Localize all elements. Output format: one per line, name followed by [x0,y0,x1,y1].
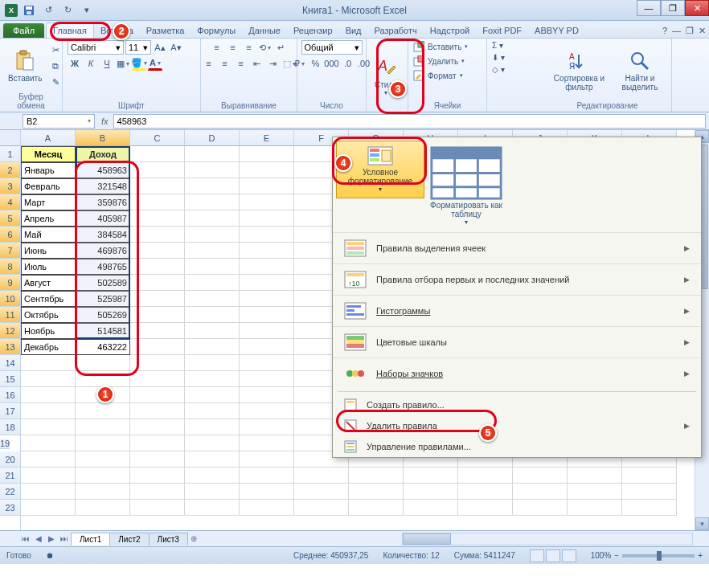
cell[interactable] [185,387,240,403]
cell[interactable] [130,419,185,435]
bold-icon[interactable]: Ж [68,56,82,71]
row-header[interactable]: 18 [0,419,20,435]
cell[interactable] [130,259,185,275]
cell[interactable] [404,468,458,484]
cell[interactable] [240,419,294,435]
select-all-corner[interactable] [0,130,20,146]
cell[interactable]: Август [21,275,76,291]
cell[interactable] [185,259,240,275]
align-left-icon[interactable]: ≡ [202,56,216,71]
shrink-font-icon[interactable]: A▾ [169,40,183,55]
cell[interactable] [76,387,130,403]
cell[interactable] [240,275,294,291]
grow-font-icon[interactable]: A▴ [153,40,167,55]
cell[interactable] [130,403,185,419]
cell[interactable] [185,307,240,323]
cell[interactable]: 458963 [76,162,130,178]
cell[interactable] [21,451,76,468]
cell[interactable] [185,484,240,500]
cf-icon-sets[interactable]: Наборы значков▶ [333,357,701,389]
cell[interactable]: Декабрь [21,339,76,355]
scroll-down-icon[interactable]: ▼ [695,517,709,530]
cell[interactable] [185,468,240,484]
copy-icon[interactable]: ⧉ [48,59,63,74]
view-page-break-icon[interactable] [562,549,576,562]
cell[interactable] [294,500,349,516]
col-header[interactable]: E [240,130,294,146]
tab-addins[interactable]: Надстрой [424,23,476,38]
row-header[interactable]: 20 [0,451,20,468]
cell[interactable] [76,435,130,451]
comma-icon[interactable]: 000 [325,56,339,71]
cell[interactable] [21,355,76,371]
sheet-tab[interactable]: Лист3 [149,533,188,545]
cell[interactable] [130,355,185,371]
undo-icon[interactable]: ↺ [40,2,56,18]
cell[interactable] [622,500,677,516]
cell[interactable] [21,403,76,419]
cell[interactable] [185,194,240,210]
font-size-combo[interactable]: 11▾ [125,40,151,55]
cell[interactable] [404,500,458,516]
sheet-nav-first-icon[interactable]: ⏮ [19,533,32,545]
tab-developer[interactable]: Разработч [368,23,424,38]
cell[interactable] [240,387,294,403]
cell[interactable] [513,468,568,484]
cell[interactable] [130,323,185,339]
indent-dec-icon[interactable]: ⇤ [250,56,264,71]
cell[interactable] [185,162,240,178]
cell[interactable] [240,451,294,468]
cell[interactable] [76,484,130,500]
cell[interactable]: Ноябрь [21,323,76,339]
tab-home[interactable]: Главная [46,22,94,38]
cell[interactable] [185,500,240,516]
row-header[interactable]: 22 [0,484,20,500]
cell[interactable] [21,435,76,451]
cell[interactable] [240,210,294,227]
align-top-icon[interactable]: ≡ [210,40,224,55]
row-header[interactable]: 16 [0,387,20,403]
cell[interactable] [513,500,568,516]
cell[interactable] [240,259,294,275]
cell[interactable] [185,291,240,307]
clear-button[interactable]: ◇ ▾ [492,64,505,75]
cell[interactable] [458,484,513,500]
cell[interactable] [21,387,76,403]
row-header[interactable]: 11 [0,307,20,323]
cell[interactable] [185,146,240,162]
cell[interactable] [513,484,568,500]
cell[interactable]: 384584 [76,227,130,243]
cell[interactable] [294,484,349,500]
tab-abbyy[interactable]: ABBYY PD [528,23,585,38]
row-header[interactable]: 6 [0,227,20,243]
number-format-combo[interactable]: Общий▾ [301,40,363,55]
cell[interactable] [185,355,240,371]
tab-file[interactable]: Файл [3,23,44,38]
cell[interactable]: 505269 [76,307,130,323]
cell[interactable] [240,323,294,339]
row-header[interactable]: 14 [0,355,20,371]
cell[interactable] [349,500,404,516]
cell[interactable] [130,435,185,451]
cell[interactable] [240,468,294,484]
row-header[interactable]: 4 [0,194,20,210]
cell[interactable] [185,178,240,194]
view-page-layout-icon[interactable] [546,549,560,562]
format-cells-button[interactable]: Формат▾ [413,69,463,82]
formula-input[interactable]: 458963 [113,114,706,129]
row-header[interactable]: 15 [0,371,20,387]
align-right-icon[interactable]: ≡ [234,56,248,71]
cell[interactable] [458,500,513,516]
cell[interactable] [240,355,294,371]
cell[interactable] [185,451,240,468]
row-header[interactable]: 19 [0,439,10,449]
cell[interactable] [76,419,130,435]
cell[interactable] [130,291,185,307]
maximize-button[interactable]: ❐ [661,0,685,16]
cell[interactable] [21,484,76,500]
mdi-restore-icon[interactable]: ❐ [686,26,694,36]
tab-view[interactable]: Вид [339,23,368,38]
sheet-tab[interactable]: Лист1 [71,533,110,545]
sheet-tab[interactable]: Лист2 [109,533,149,545]
conditional-formatting-button[interactable]: Условное форматирование▾ [336,141,424,198]
